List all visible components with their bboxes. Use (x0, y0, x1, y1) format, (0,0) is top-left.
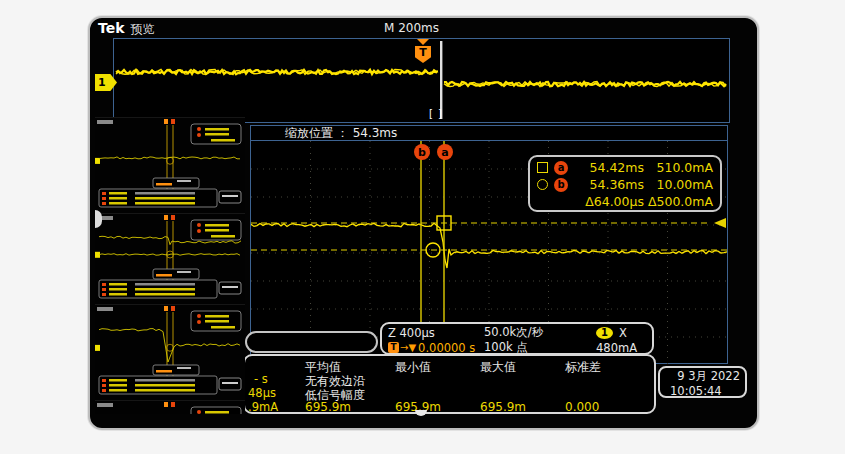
date-readout: 9 3月 2022 (660, 368, 745, 384)
trigger-delay-icon: T (388, 342, 399, 353)
cursor-b-row: b 54.36ms 10.00mA (537, 176, 713, 193)
brand-text: Tek (98, 20, 125, 36)
acquisition-rate-readout: 50.0k次/秒 (484, 325, 596, 340)
time-readout: 10:05:44 (660, 384, 745, 398)
history-thumbnail-3[interactable] (95, 304, 245, 400)
thumb-trigger-dot (164, 306, 168, 311)
column-header-max: 最大值 (480, 359, 516, 376)
cursor-delta-row: Δ64.00μs Δ500.0mA (537, 193, 713, 210)
acquisition-status-box: Z 400μs 50.0k次/秒 1 X T → ▼ 0.00000 s 100… (380, 322, 654, 355)
measurement-value-partial-2: 48μs (248, 386, 276, 400)
zoom-scale-readout: Z 400μs (388, 325, 484, 340)
trigger-position-arrow-icon[interactable] (417, 39, 429, 45)
column-header-min: 最小值 (395, 359, 431, 376)
stat-mean: 695.9m (305, 400, 351, 414)
measurement-value-partial-1: - s (254, 372, 268, 386)
main-timebase-readout: M 200ms (384, 21, 439, 35)
cursor-b-time: 54.36ms (568, 177, 644, 192)
tek-logo: Tek预览 (98, 20, 155, 38)
channel-scale-cell: 1 X (596, 325, 646, 340)
thumb-trigger-dot (164, 402, 168, 407)
history-thumbnail-strip[interactable] (95, 117, 245, 414)
stat-max: 695.9m (480, 400, 526, 414)
thumb-trigger-dot (164, 215, 168, 220)
triangle-down-icon: ▼ (408, 342, 416, 353)
cursor-b-badge: b (554, 178, 568, 192)
square-cursor-icon (537, 162, 548, 173)
horizontal-readout-box (245, 331, 378, 353)
cursor-a-badge-label: a (441, 146, 448, 159)
thumb-header-bar (97, 403, 113, 407)
arrow-right-icon: → (400, 342, 408, 353)
history-thumbnail-4[interactable] (95, 400, 245, 414)
zoom-position-readout: 缩放位置 ： 54.3ms (251, 126, 727, 141)
thumb-trace (99, 329, 240, 362)
trigger-delay-value: 0.00000 s (418, 341, 475, 355)
vertical-scale-readout: 480mA (596, 340, 646, 355)
cursor-a-row: a 54.42ms 510.0mA (537, 159, 713, 176)
history-thumbnail-1[interactable] (95, 117, 245, 213)
zoom-window-bracket-icon: [ ] (429, 108, 443, 119)
history-thumbnail-2[interactable] (95, 213, 245, 304)
trigger-delay-cell: T → ▼ 0.00000 s (388, 340, 484, 355)
cursor-level-arrow-icon (714, 218, 726, 228)
cursor-b-badge-label: b (418, 146, 426, 159)
thumb-trace (99, 157, 240, 159)
cursor-delta-time: Δ64.00μs (568, 194, 644, 209)
column-header-stddev: 标准差 (565, 359, 601, 376)
oscilloscope-screenshot: Tek预览 M 200ms 1 T [ ] 缩放位置 ： 54.3ms ba a… (0, 0, 845, 454)
circle-cursor-icon (537, 179, 548, 190)
channel-coupling-symbol: X (619, 326, 627, 340)
datetime-box: 9 3月 2022 10:05:44 (658, 366, 747, 398)
cursor-a-badge: a (554, 161, 568, 175)
stat-stddev: 0.000 (565, 400, 599, 414)
channel-1-badge[interactable]: 1 (596, 327, 613, 339)
thumb-header-bar (97, 120, 113, 124)
thumb-header-bar (97, 307, 113, 311)
cursor-b-amplitude: 10.00mA (644, 177, 713, 192)
cursor-a-time: 54.42ms (568, 160, 644, 175)
thumb-channel-marker (95, 345, 100, 351)
cursor-a-amplitude: 510.0mA (644, 160, 713, 175)
acquisition-mode-label: 预览 (131, 22, 155, 36)
cursor-delta-amplitude: Δ500.0mA (644, 194, 713, 209)
measurement-value-partial-3: .9mA (248, 400, 278, 414)
thumb-trigger-dot (164, 119, 168, 124)
cursor-readout-box: a 54.42ms 510.0mA b 54.36ms 10.00mA Δ64.… (528, 155, 722, 212)
record-length-readout: 100k 点 (484, 340, 596, 355)
measurement-table: 平均值 最小值 最大值 标准差 无有效边沿 低信号幅度 - s 48μs .9m… (243, 354, 656, 414)
